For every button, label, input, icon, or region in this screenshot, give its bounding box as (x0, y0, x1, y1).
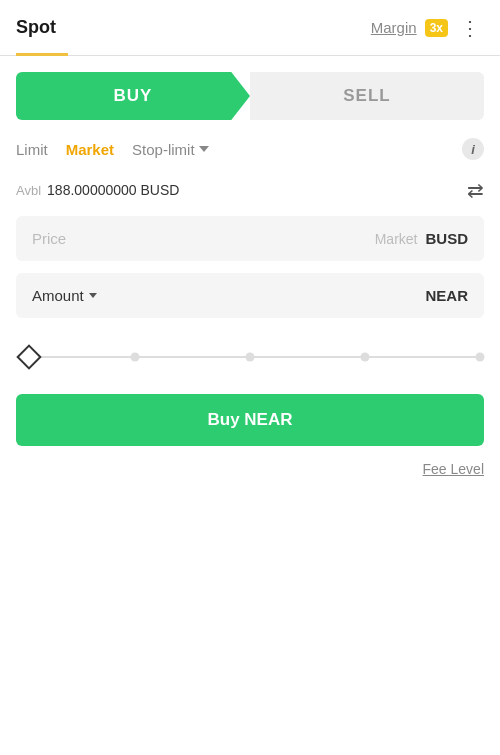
sell-button[interactable]: SELL (250, 72, 484, 120)
tab-market[interactable]: Market (66, 141, 114, 158)
avbl-row: Avbl 188.00000000 BUSD ⇄ (16, 178, 484, 202)
stop-limit-chevron-icon (199, 146, 209, 152)
amount-label-text: Amount (32, 287, 84, 304)
avbl-label: Avbl (16, 183, 41, 198)
price-label: Price (32, 230, 66, 247)
swap-icon[interactable]: ⇄ (467, 178, 484, 202)
price-market-text: Market (375, 231, 418, 247)
amount-field-right: NEAR (425, 287, 468, 304)
tab-spot[interactable]: Spot (16, 1, 68, 56)
price-field: Price Market BUSD (16, 216, 484, 261)
margin-link[interactable]: Margin (371, 19, 417, 36)
price-currency: BUSD (425, 230, 468, 247)
buy-near-button[interactable]: Buy NEAR (16, 394, 484, 446)
tab-limit[interactable]: Limit (16, 141, 48, 158)
slider-dot-100 (476, 353, 485, 362)
slider-track[interactable] (20, 356, 480, 358)
header: Spot Margin 3x ⋮ (0, 0, 500, 56)
amount-currency: NEAR (425, 287, 468, 304)
tab-stop-limit[interactable]: Stop-limit (132, 141, 209, 158)
buy-sell-toggle: BUY SELL (16, 72, 484, 120)
info-icon[interactable]: i (462, 138, 484, 160)
fee-level-row: Fee Level (16, 460, 484, 494)
header-right: Margin 3x ⋮ (371, 16, 484, 40)
slider-thumb[interactable] (16, 344, 41, 369)
more-icon[interactable]: ⋮ (456, 16, 484, 40)
avbl-value: 188.00000000 BUSD (47, 182, 179, 198)
amount-chevron-icon (89, 293, 97, 298)
stop-limit-label: Stop-limit (132, 141, 195, 158)
slider-dot-75 (361, 353, 370, 362)
order-type-row: Limit Market Stop-limit i (16, 138, 484, 160)
slider-dot-25 (131, 353, 140, 362)
slider-dot-50 (246, 353, 255, 362)
price-field-right: Market BUSD (375, 230, 468, 247)
fee-level-link[interactable]: Fee Level (423, 461, 484, 477)
amount-field[interactable]: Amount NEAR (16, 273, 484, 318)
leverage-badge[interactable]: 3x (425, 19, 448, 37)
main-content: BUY SELL Limit Market Stop-limit i Avbl … (0, 56, 500, 494)
amount-label: Amount (32, 287, 97, 304)
buy-button[interactable]: BUY (16, 72, 250, 120)
slider-container (16, 330, 484, 394)
